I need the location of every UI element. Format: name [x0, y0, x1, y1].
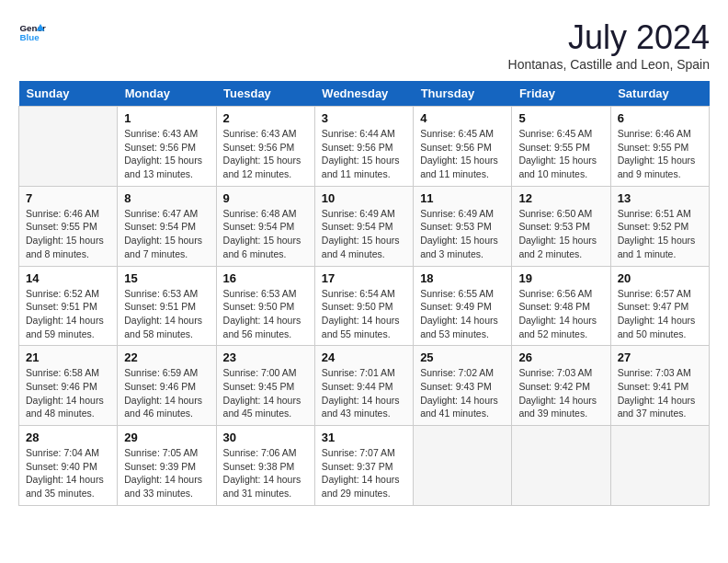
day-info: Sunrise: 6:46 AMSunset: 9:55 PMDaylight:…	[618, 127, 702, 181]
day-number: 2	[223, 111, 308, 125]
calendar-day-cell: 8 Sunrise: 6:47 AMSunset: 9:54 PMDayligh…	[118, 186, 216, 266]
calendar-day-cell: 22 Sunrise: 6:59 AMSunset: 9:46 PMDaylig…	[118, 346, 216, 426]
calendar-day-cell: 11 Sunrise: 6:49 AMSunset: 9:53 PMDaylig…	[414, 186, 512, 266]
page-header: General Blue July 2024 Hontanas, Castill…	[18, 18, 710, 72]
calendar-day-cell	[512, 426, 610, 506]
day-info: Sunrise: 7:03 AMSunset: 9:41 PMDaylight:…	[618, 366, 702, 420]
weekday-header-thursday: Thursday	[414, 81, 512, 107]
calendar-day-cell: 18 Sunrise: 6:55 AMSunset: 9:49 PMDaylig…	[414, 266, 512, 346]
weekday-header-monday: Monday	[118, 81, 216, 107]
weekday-header-tuesday: Tuesday	[216, 81, 314, 107]
calendar-day-cell: 7 Sunrise: 6:46 AMSunset: 9:55 PMDayligh…	[19, 186, 118, 266]
day-info: Sunrise: 6:49 AMSunset: 9:54 PMDaylight:…	[322, 207, 406, 261]
calendar-day-cell: 31 Sunrise: 7:07 AMSunset: 9:37 PMDaylig…	[314, 426, 413, 506]
calendar-day-cell: 27 Sunrise: 7:03 AMSunset: 9:41 PMDaylig…	[610, 346, 709, 426]
day-info: Sunrise: 6:57 AMSunset: 9:47 PMDaylight:…	[618, 287, 702, 341]
calendar-day-cell: 26 Sunrise: 7:03 AMSunset: 9:42 PMDaylig…	[512, 346, 610, 426]
day-info: Sunrise: 7:04 AMSunset: 9:40 PMDaylight:…	[26, 446, 110, 500]
day-info: Sunrise: 6:46 AMSunset: 9:55 PMDaylight:…	[26, 207, 110, 261]
day-info: Sunrise: 6:45 AMSunset: 9:56 PMDaylight:…	[420, 127, 505, 181]
calendar-day-cell	[414, 426, 512, 506]
day-number: 11	[420, 191, 505, 205]
day-info: Sunrise: 6:48 AMSunset: 9:54 PMDaylight:…	[223, 207, 308, 261]
day-info: Sunrise: 6:49 AMSunset: 9:53 PMDaylight:…	[420, 207, 505, 261]
day-info: Sunrise: 6:50 AMSunset: 9:53 PMDaylight:…	[518, 207, 603, 261]
calendar-day-cell: 30 Sunrise: 7:06 AMSunset: 9:38 PMDaylig…	[216, 426, 314, 506]
day-number: 31	[322, 431, 406, 444]
location-subtitle: Hontanas, Castille and Leon, Spain	[508, 57, 710, 72]
day-number: 16	[223, 271, 308, 285]
day-number: 26	[518, 350, 603, 364]
calendar-table: SundayMondayTuesdayWednesdayThursdayFrid…	[18, 81, 710, 506]
day-info: Sunrise: 6:43 AMSunset: 9:56 PMDaylight:…	[223, 127, 308, 181]
day-number: 5	[518, 111, 603, 125]
calendar-day-cell: 6 Sunrise: 6:46 AMSunset: 9:55 PMDayligh…	[610, 107, 709, 187]
calendar-day-cell: 4 Sunrise: 6:45 AMSunset: 9:56 PMDayligh…	[414, 107, 512, 187]
svg-text:Blue: Blue	[20, 32, 40, 42]
day-number: 29	[124, 431, 209, 444]
calendar-day-cell: 5 Sunrise: 6:45 AMSunset: 9:55 PMDayligh…	[512, 107, 610, 187]
day-number: 25	[420, 350, 505, 364]
calendar-week-row: 7 Sunrise: 6:46 AMSunset: 9:55 PMDayligh…	[19, 186, 710, 266]
calendar-day-cell: 15 Sunrise: 6:53 AMSunset: 9:51 PMDaylig…	[118, 266, 216, 346]
calendar-day-cell	[610, 426, 709, 506]
day-number: 15	[124, 271, 209, 285]
day-number: 9	[223, 191, 308, 205]
day-info: Sunrise: 6:51 AMSunset: 9:52 PMDaylight:…	[618, 207, 702, 261]
day-info: Sunrise: 7:02 AMSunset: 9:43 PMDaylight:…	[420, 366, 505, 420]
day-info: Sunrise: 6:59 AMSunset: 9:46 PMDaylight:…	[124, 366, 209, 420]
day-number: 24	[322, 350, 406, 364]
day-number: 3	[322, 111, 406, 125]
day-number: 19	[518, 271, 603, 285]
day-info: Sunrise: 7:01 AMSunset: 9:44 PMDaylight:…	[322, 366, 406, 420]
weekday-header-friday: Friday	[512, 81, 610, 107]
calendar-day-cell: 10 Sunrise: 6:49 AMSunset: 9:54 PMDaylig…	[314, 186, 413, 266]
calendar-week-row: 21 Sunrise: 6:58 AMSunset: 9:46 PMDaylig…	[19, 346, 710, 426]
day-info: Sunrise: 6:45 AMSunset: 9:55 PMDaylight:…	[518, 127, 603, 181]
calendar-day-cell: 24 Sunrise: 7:01 AMSunset: 9:44 PMDaylig…	[314, 346, 413, 426]
calendar-day-cell: 3 Sunrise: 6:44 AMSunset: 9:56 PMDayligh…	[314, 107, 413, 187]
day-info: Sunrise: 6:44 AMSunset: 9:56 PMDaylight:…	[322, 127, 406, 181]
calendar-day-cell: 25 Sunrise: 7:02 AMSunset: 9:43 PMDaylig…	[414, 346, 512, 426]
day-number: 22	[124, 350, 209, 364]
calendar-day-cell: 21 Sunrise: 6:58 AMSunset: 9:46 PMDaylig…	[19, 346, 118, 426]
title-block: July 2024 Hontanas, Castille and Leon, S…	[508, 18, 710, 72]
calendar-day-cell: 17 Sunrise: 6:54 AMSunset: 9:50 PMDaylig…	[314, 266, 413, 346]
day-info: Sunrise: 6:52 AMSunset: 9:51 PMDaylight:…	[26, 287, 110, 341]
calendar-day-cell: 29 Sunrise: 7:05 AMSunset: 9:39 PMDaylig…	[118, 426, 216, 506]
calendar-day-cell: 16 Sunrise: 6:53 AMSunset: 9:50 PMDaylig…	[216, 266, 314, 346]
day-number: 4	[420, 111, 505, 125]
day-number: 18	[420, 271, 505, 285]
day-info: Sunrise: 7:06 AMSunset: 9:38 PMDaylight:…	[223, 446, 308, 500]
calendar-day-cell: 23 Sunrise: 7:00 AMSunset: 9:45 PMDaylig…	[216, 346, 314, 426]
calendar-day-cell: 9 Sunrise: 6:48 AMSunset: 9:54 PMDayligh…	[216, 186, 314, 266]
logo: General Blue	[18, 18, 46, 46]
day-number: 28	[26, 431, 110, 444]
calendar-day-cell: 2 Sunrise: 6:43 AMSunset: 9:56 PMDayligh…	[216, 107, 314, 187]
weekday-header-saturday: Saturday	[610, 81, 709, 107]
logo-icon: General Blue	[18, 18, 46, 46]
calendar-day-cell: 1 Sunrise: 6:43 AMSunset: 9:56 PMDayligh…	[118, 107, 216, 187]
day-number: 23	[223, 350, 308, 364]
day-number: 20	[618, 271, 702, 285]
day-info: Sunrise: 6:56 AMSunset: 9:48 PMDaylight:…	[518, 287, 603, 341]
day-info: Sunrise: 7:05 AMSunset: 9:39 PMDaylight:…	[124, 446, 209, 500]
day-number: 13	[618, 191, 702, 205]
calendar-day-cell: 19 Sunrise: 6:56 AMSunset: 9:48 PMDaylig…	[512, 266, 610, 346]
calendar-day-cell: 13 Sunrise: 6:51 AMSunset: 9:52 PMDaylig…	[610, 186, 709, 266]
day-number: 8	[124, 191, 209, 205]
day-info: Sunrise: 6:47 AMSunset: 9:54 PMDaylight:…	[124, 207, 209, 261]
day-info: Sunrise: 7:07 AMSunset: 9:37 PMDaylight:…	[322, 446, 406, 500]
day-number: 27	[618, 350, 702, 364]
calendar-day-cell: 12 Sunrise: 6:50 AMSunset: 9:53 PMDaylig…	[512, 186, 610, 266]
day-number: 10	[322, 191, 406, 205]
day-number: 1	[124, 111, 209, 125]
calendar-day-cell: 28 Sunrise: 7:04 AMSunset: 9:40 PMDaylig…	[19, 426, 118, 506]
month-year-title: July 2024	[508, 18, 710, 57]
day-info: Sunrise: 6:53 AMSunset: 9:50 PMDaylight:…	[223, 287, 308, 341]
calendar-day-cell: 20 Sunrise: 6:57 AMSunset: 9:47 PMDaylig…	[610, 266, 709, 346]
day-number: 14	[26, 271, 110, 285]
day-info: Sunrise: 6:55 AMSunset: 9:49 PMDaylight:…	[420, 287, 505, 341]
day-number: 21	[26, 350, 110, 364]
day-number: 17	[322, 271, 406, 285]
